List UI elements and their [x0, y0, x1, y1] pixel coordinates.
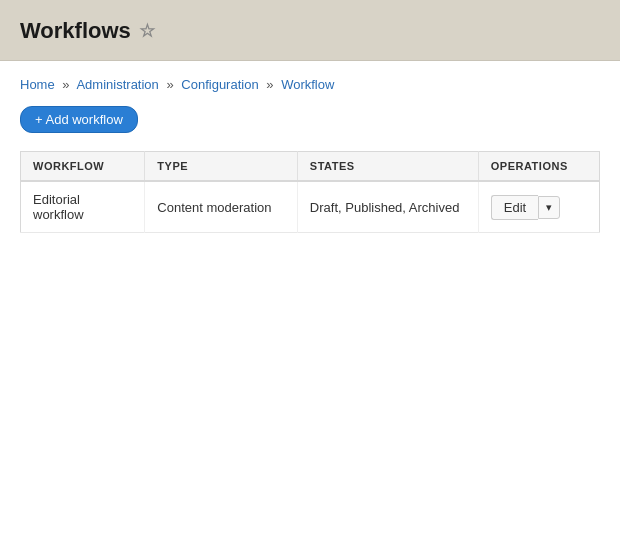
operations-button-group: Edit ▾: [491, 195, 587, 220]
workflow-operations-cell: Edit ▾: [478, 181, 599, 233]
breadcrumb-administration[interactable]: Administration: [76, 77, 158, 92]
column-header-workflow: WORKFLOW: [21, 152, 145, 182]
breadcrumb-configuration[interactable]: Configuration: [181, 77, 258, 92]
workflow-name-cell: Editorial workflow: [21, 181, 145, 233]
edit-button[interactable]: Edit: [491, 195, 538, 220]
column-header-operations: OPERATIONS: [478, 152, 599, 182]
chevron-down-icon: ▾: [546, 201, 552, 214]
breadcrumb-separator-1: »: [62, 77, 69, 92]
workflows-table: WORKFLOW TYPE STATES OPERATIONS Editoria…: [20, 151, 600, 233]
column-header-states: STATES: [297, 152, 478, 182]
add-workflow-button[interactable]: + Add workflow: [20, 106, 138, 133]
dropdown-arrow-button[interactable]: ▾: [538, 196, 560, 219]
page-header: Workflows ☆: [0, 0, 620, 61]
table-header-row: WORKFLOW TYPE STATES OPERATIONS: [21, 152, 600, 182]
workflow-type-cell: Content moderation: [145, 181, 298, 233]
breadcrumb-workflow[interactable]: Workflow: [281, 77, 334, 92]
page-title: Workflows ☆: [20, 18, 600, 44]
breadcrumb-home[interactable]: Home: [20, 77, 55, 92]
breadcrumb-separator-3: »: [266, 77, 273, 92]
breadcrumb: Home » Administration » Configuration » …: [20, 77, 600, 92]
breadcrumb-separator-2: »: [166, 77, 173, 92]
workflow-states-cell: Draft, Published, Archived: [297, 181, 478, 233]
page-title-text: Workflows: [20, 18, 131, 44]
page-content: Home » Administration » Configuration » …: [0, 61, 620, 249]
star-icon[interactable]: ☆: [139, 20, 155, 42]
column-header-type: TYPE: [145, 152, 298, 182]
table-row: Editorial workflow Content moderation Dr…: [21, 181, 600, 233]
